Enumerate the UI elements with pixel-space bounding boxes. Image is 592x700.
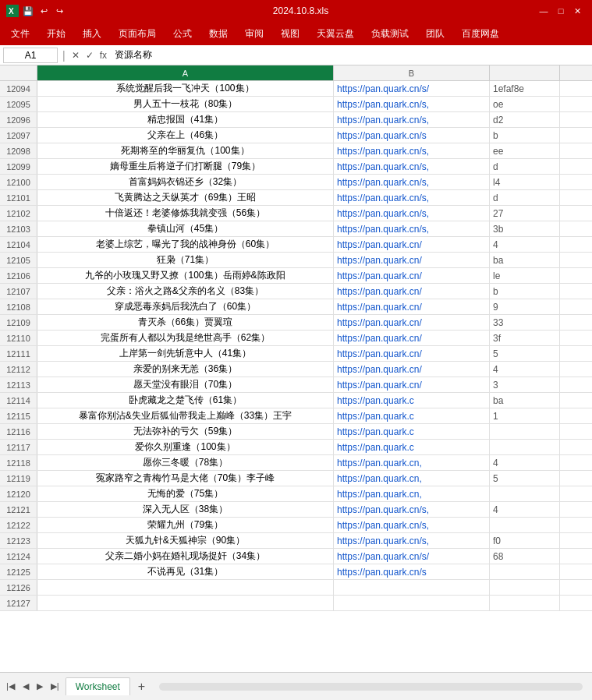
cell-hash[interactable]: ee xyxy=(490,143,560,158)
cell-url[interactable]: https://pan.quark.cn/ xyxy=(334,362,490,377)
menu-page-layout[interactable]: 页面布局 xyxy=(111,24,164,44)
cell-url[interactable] xyxy=(334,596,490,610)
menu-review[interactable]: 审阅 xyxy=(237,24,271,44)
horizontal-scrollbar[interactable] xyxy=(159,683,583,691)
table-row[interactable]: 12116无法弥补的亏欠（59集）https://pan.quark.c xyxy=(0,424,592,440)
cell-hash[interactable]: b xyxy=(490,284,560,299)
cell-url[interactable]: https://pan.quark.cn/s, xyxy=(334,112,490,127)
cell-title[interactable]: 冤家路窄之青梅竹马是大佬（70集）李子峰 xyxy=(37,471,334,486)
cell-url[interactable]: https://pan.quark.cn/ xyxy=(334,268,490,283)
cell-hash[interactable]: b xyxy=(490,128,560,143)
table-row[interactable]: 12120无悔的爱（75集）https://pan.quark.cn, xyxy=(0,486,592,502)
cell-title[interactable]: 系统觉醒后我一飞冲天（100集） xyxy=(37,81,334,96)
cell-title[interactable]: 青灭杀（66集）贾翼瑄 xyxy=(37,315,334,330)
cell-title[interactable]: 首富妈妈衣锦还乡（32集） xyxy=(37,175,334,189)
cell-title[interactable]: 拳镇山河（45集） xyxy=(37,221,334,236)
table-row[interactable]: 12095男人五十一枝花（80集）https://pan.quark.cn/s,… xyxy=(0,97,592,112)
table-row[interactable]: 12099嫡母重生后将逆子们打断腿（79集）https://pan.quark.… xyxy=(0,159,592,175)
cell-url[interactable]: https://pan.quark.c xyxy=(334,440,490,454)
table-row[interactable]: 12104老婆上综艺，曝光了我的战神身份（60集）https://pan.qua… xyxy=(0,237,592,253)
cell-title[interactable]: 父亲二婚小妈在婚礼现场捉奸（34集） xyxy=(37,549,334,564)
cell-url[interactable]: https://pan.quark.cn/s xyxy=(334,564,490,579)
cell-hash[interactable] xyxy=(490,440,560,454)
cancel-formula-icon[interactable]: ✕ xyxy=(70,50,81,61)
menu-home[interactable]: 开始 xyxy=(39,24,73,44)
cell-title[interactable]: 荣耀九州（79集） xyxy=(37,518,334,532)
cell-url[interactable]: https://pan.quark.c xyxy=(334,408,490,423)
cell-url[interactable]: https://pan.quark.cn/s, xyxy=(334,159,490,174)
cell-hash[interactable]: 4 xyxy=(490,237,560,252)
menu-view[interactable]: 视图 xyxy=(273,24,307,44)
cell-url[interactable]: https://pan.quark.cn/s, xyxy=(334,518,490,532)
table-row[interactable]: 12114卧虎藏龙之楚飞传（61集）https://pan.quark.cba xyxy=(0,393,592,408)
table-row[interactable]: 12127 xyxy=(0,596,592,611)
cell-url[interactable]: https://pan.quark.cn/ xyxy=(334,237,490,252)
table-row[interactable]: 12123天狐九针&天狐神宗（90集）https://pan.quark.cn/… xyxy=(0,533,592,549)
sheet-nav-next[interactable]: ▶ xyxy=(34,680,46,693)
table-row[interactable]: 12096精忠报国（41集）https://pan.quark.cn/s,d2 xyxy=(0,112,592,128)
cell-hash[interactable]: le xyxy=(490,268,560,283)
cell-title[interactable]: 嫡母重生后将逆子们打断腿（79集） xyxy=(37,159,334,174)
cell-url[interactable]: https://pan.quark.cn/s, xyxy=(334,206,490,221)
table-row[interactable]: 12119冤家路窄之青梅竹马是大佬（70集）李子峰https://pan.qua… xyxy=(0,471,592,486)
cell-hash[interactable]: 68 xyxy=(490,549,560,564)
cell-url[interactable]: https://pan.quark.cn/s, xyxy=(334,143,490,158)
table-row[interactable]: 12108穿成恶毒亲妈后我洗白了（60集）https://pan.quark.c… xyxy=(0,299,592,315)
cell-url[interactable]: https://pan.quark.cn/s/ xyxy=(334,549,490,564)
sheet-nav-last[interactable]: ▶| xyxy=(48,680,62,693)
cell-title[interactable]: 父亲：浴火之路&父亲的名义（83集） xyxy=(37,284,334,299)
cell-title[interactable]: 不说再见（31集） xyxy=(37,564,334,579)
cell-url[interactable]: https://pan.quark.cn/ xyxy=(334,331,490,345)
cell-url[interactable]: https://pan.quark.c xyxy=(334,393,490,408)
cell-title[interactable]: 卧虎藏龙之楚飞传（61集） xyxy=(37,393,334,408)
col-header-a[interactable]: A xyxy=(37,65,334,80)
table-row[interactable]: 12110完蛋所有人都以为我是绝世高手（62集）https://pan.quar… xyxy=(0,331,592,346)
cell-url[interactable]: https://pan.quark.cn, xyxy=(334,486,490,501)
cell-hash[interactable]: 4 xyxy=(490,455,560,470)
cell-url[interactable]: https://pan.quark.c xyxy=(334,424,490,439)
sheet-nav-prev[interactable]: ◀ xyxy=(19,680,32,693)
table-row[interactable]: 12125不说再见（31集）https://pan.quark.cn/s xyxy=(0,564,592,580)
cell-hash[interactable]: 1 xyxy=(490,408,560,423)
table-row[interactable]: 12098死期将至的华丽复仇（100集）https://pan.quark.cn… xyxy=(0,143,592,159)
cell-title[interactable]: 飞黄腾达之天纵英才（69集）王昭 xyxy=(37,190,334,205)
cell-title[interactable]: 父亲在上（46集） xyxy=(37,128,334,143)
table-row[interactable]: 12118愿你三冬暖（78集）https://pan.quark.cn,4 xyxy=(0,455,592,471)
cell-hash[interactable] xyxy=(490,596,560,610)
cell-title[interactable]: 爱你久别重逢（100集） xyxy=(37,440,334,454)
table-row[interactable]: 12106九爷的小玫瑰又野又撩（100集）岳雨婷&陈政阳https://pan.… xyxy=(0,268,592,284)
cell-hash[interactable]: 33 xyxy=(490,315,560,330)
cell-title[interactable]: 穿成恶毒亲妈后我洗白了（60集） xyxy=(37,299,334,314)
col-header-b[interactable]: B xyxy=(334,65,490,80)
cell-title[interactable]: 亲爱的别来无恙（36集） xyxy=(37,362,334,377)
cell-hash[interactable]: ba xyxy=(490,393,560,408)
table-row[interactable]: 12115暴富你别沾&失业后狐仙带我走上巅峰（33集）王宇https://pan… xyxy=(0,408,592,424)
table-row[interactable]: 12121深入无人区（38集）https://pan.quark.cn/s,4 xyxy=(0,502,592,518)
cell-url[interactable]: https://pan.quark.cn/s, xyxy=(334,502,490,517)
table-row[interactable]: 12107父亲：浴火之路&父亲的名义（83集）https://pan.quark… xyxy=(0,284,592,299)
add-sheet-button[interactable]: + xyxy=(133,680,150,694)
cell-title[interactable]: 深入无人区（38集） xyxy=(37,502,334,517)
maximize-button[interactable]: □ xyxy=(553,3,569,19)
menu-team[interactable]: 团队 xyxy=(418,24,452,44)
cell-title[interactable] xyxy=(37,596,334,610)
table-row[interactable]: 12097父亲在上（46集）https://pan.quark.cn/sb xyxy=(0,128,592,143)
cell-url[interactable]: https://pan.quark.cn/s, xyxy=(334,533,490,548)
table-row[interactable]: 12113愿天堂没有眼泪（70集）https://pan.quark.cn/3 xyxy=(0,377,592,393)
cell-hash[interactable] xyxy=(490,424,560,439)
minimize-button[interactable]: — xyxy=(536,3,551,19)
cell-url[interactable] xyxy=(334,580,490,595)
cell-url[interactable]: https://pan.quark.cn, xyxy=(334,471,490,486)
cell-hash[interactable]: d2 xyxy=(490,112,560,127)
table-row[interactable]: 12117爱你久别重逢（100集）https://pan.quark.c xyxy=(0,440,592,455)
cell-title[interactable]: 狂枭（71集） xyxy=(37,253,334,267)
table-row[interactable]: 12111上岸第一剑先斩意中人（41集）https://pan.quark.cn… xyxy=(0,346,592,362)
table-row[interactable]: 12109青灭杀（66集）贾翼瑄https://pan.quark.cn/33 xyxy=(0,315,592,331)
undo-icon[interactable]: ↩ xyxy=(37,5,50,17)
cell-url[interactable]: https://pan.quark.cn/ xyxy=(334,253,490,267)
confirm-formula-icon[interactable]: ✓ xyxy=(84,50,95,61)
cell-title[interactable]: 九爷的小玫瑰又野又撩（100集）岳雨婷&陈政阳 xyxy=(37,268,334,283)
table-row[interactable]: 12103拳镇山河（45集）https://pan.quark.cn/s,3b xyxy=(0,221,592,237)
cell-url[interactable]: https://pan.quark.cn/ xyxy=(334,346,490,361)
cell-url[interactable]: https://pan.quark.cn/s/ xyxy=(334,81,490,96)
